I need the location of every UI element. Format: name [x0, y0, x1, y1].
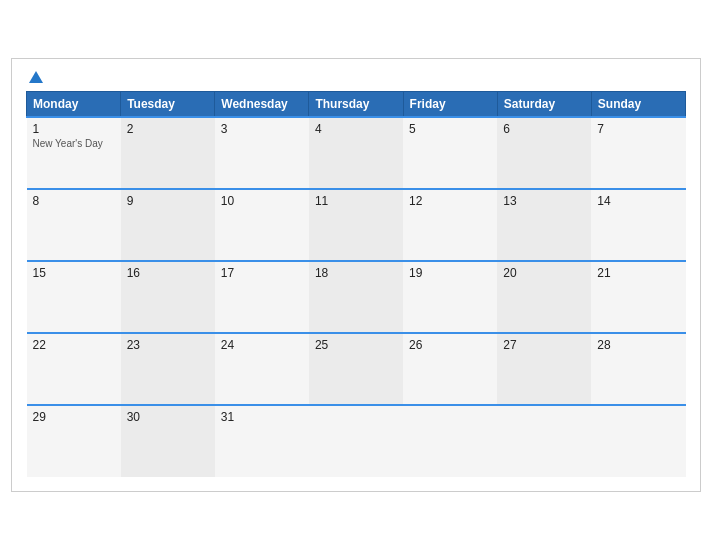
calendar-cell [497, 405, 591, 477]
week-row-5: 293031 [27, 405, 686, 477]
day-number: 12 [409, 194, 491, 208]
week-row-1: 1New Year's Day234567 [27, 117, 686, 189]
day-number: 31 [221, 410, 303, 424]
calendar-cell: 15 [27, 261, 121, 333]
day-number: 17 [221, 266, 303, 280]
calendar-cell: 16 [121, 261, 215, 333]
calendar-cell: 10 [215, 189, 309, 261]
calendar-cell: 12 [403, 189, 497, 261]
day-number: 7 [597, 122, 679, 136]
day-number: 26 [409, 338, 491, 352]
holiday-label: New Year's Day [33, 138, 115, 149]
calendar-cell: 20 [497, 261, 591, 333]
day-number: 25 [315, 338, 397, 352]
calendar-cell: 1New Year's Day [27, 117, 121, 189]
day-number: 23 [127, 338, 209, 352]
calendar-cell: 4 [309, 117, 403, 189]
calendar-cell: 5 [403, 117, 497, 189]
week-row-3: 15161718192021 [27, 261, 686, 333]
calendar-cell: 6 [497, 117, 591, 189]
calendar-cell [403, 405, 497, 477]
calendar-cell: 25 [309, 333, 403, 405]
calendar-cell: 27 [497, 333, 591, 405]
calendar-cell [309, 405, 403, 477]
day-number: 16 [127, 266, 209, 280]
weekday-header-thursday: Thursday [309, 92, 403, 118]
calendar-cell: 13 [497, 189, 591, 261]
day-number: 14 [597, 194, 679, 208]
week-row-4: 22232425262728 [27, 333, 686, 405]
calendar-cell: 26 [403, 333, 497, 405]
calendar-cell: 22 [27, 333, 121, 405]
day-number: 18 [315, 266, 397, 280]
calendar-cell: 17 [215, 261, 309, 333]
day-number: 4 [315, 122, 397, 136]
calendar-cell: 2 [121, 117, 215, 189]
calendar-cell: 9 [121, 189, 215, 261]
calendar-cell: 31 [215, 405, 309, 477]
day-number: 10 [221, 194, 303, 208]
calendar-cell: 8 [27, 189, 121, 261]
weekday-header-monday: Monday [27, 92, 121, 118]
weekday-header-friday: Friday [403, 92, 497, 118]
day-number: 8 [33, 194, 115, 208]
day-number: 11 [315, 194, 397, 208]
calendar-cell: 18 [309, 261, 403, 333]
day-number: 5 [409, 122, 491, 136]
calendar-cell: 30 [121, 405, 215, 477]
week-row-2: 891011121314 [27, 189, 686, 261]
day-number: 3 [221, 122, 303, 136]
calendar-cell: 24 [215, 333, 309, 405]
day-number: 21 [597, 266, 679, 280]
calendar-cell [591, 405, 685, 477]
weekday-header-wednesday: Wednesday [215, 92, 309, 118]
calendar-cell: 23 [121, 333, 215, 405]
day-number: 1 [33, 122, 115, 136]
weekday-header-row: MondayTuesdayWednesdayThursdayFridaySatu… [27, 92, 686, 118]
calendar-grid: MondayTuesdayWednesdayThursdayFridaySatu… [26, 91, 686, 477]
calendar-header [26, 71, 686, 83]
day-number: 29 [33, 410, 115, 424]
calendar-cell: 11 [309, 189, 403, 261]
day-number: 13 [503, 194, 585, 208]
day-number: 24 [221, 338, 303, 352]
calendar-cell: 21 [591, 261, 685, 333]
day-number: 22 [33, 338, 115, 352]
day-number: 2 [127, 122, 209, 136]
weekday-header-sunday: Sunday [591, 92, 685, 118]
calendar-cell: 7 [591, 117, 685, 189]
weekday-header-saturday: Saturday [497, 92, 591, 118]
day-number: 19 [409, 266, 491, 280]
calendar-cell: 14 [591, 189, 685, 261]
calendar-cell: 28 [591, 333, 685, 405]
day-number: 20 [503, 266, 585, 280]
day-number: 9 [127, 194, 209, 208]
day-number: 15 [33, 266, 115, 280]
calendar-cell: 3 [215, 117, 309, 189]
logo-blue-text [26, 71, 43, 83]
calendar-cell: 29 [27, 405, 121, 477]
weekday-header-tuesday: Tuesday [121, 92, 215, 118]
logo-triangle-icon [29, 71, 43, 83]
day-number: 6 [503, 122, 585, 136]
calendar-cell: 19 [403, 261, 497, 333]
day-number: 28 [597, 338, 679, 352]
day-number: 27 [503, 338, 585, 352]
calendar-container: MondayTuesdayWednesdayThursdayFridaySatu… [11, 58, 701, 492]
day-number: 30 [127, 410, 209, 424]
logo-area [26, 71, 43, 83]
